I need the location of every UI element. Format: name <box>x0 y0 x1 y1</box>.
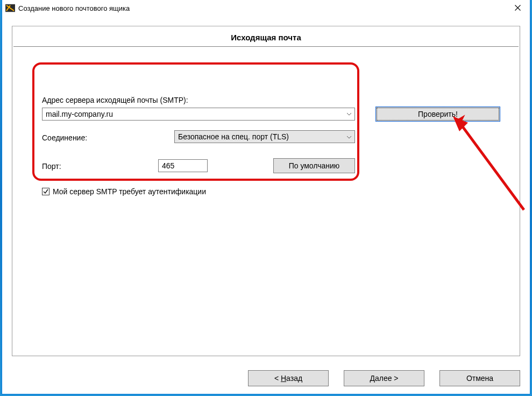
window-title: Создание нового почтового ящика <box>18 4 505 12</box>
connection-label: Соединение: <box>42 133 87 142</box>
chevron-down-icon <box>344 134 354 140</box>
next-button[interactable]: Далее > <box>344 370 424 386</box>
default-port-button-label: По умолчанию <box>289 161 340 170</box>
titlebar: Создание нового почтового ящика <box>2 0 530 16</box>
connection-select[interactable]: Безопасное на спец. порт (TLS) <box>174 130 355 143</box>
smtp-auth-row: Мой сервер SMTP требует аутентификации <box>42 187 206 196</box>
wizard-footer: < Назад Далее > Отмена <box>2 370 520 386</box>
cancel-button-label: Отмена <box>466 374 493 383</box>
chevron-down-icon[interactable] <box>344 108 354 120</box>
wizard-window: Создание нового почтового ящика Исходяща… <box>2 0 530 394</box>
port-label: Порт: <box>42 162 61 171</box>
smtp-auth-label: Мой сервер SMTP требует аутентификации <box>53 187 206 196</box>
page-heading: Исходящая почта <box>13 26 519 47</box>
connection-value: Безопасное на спец. порт (TLS) <box>178 132 344 141</box>
close-button[interactable] <box>505 0 530 16</box>
port-input[interactable] <box>158 159 208 172</box>
test-button[interactable]: Проверить! <box>375 107 500 122</box>
smtp-auth-checkbox[interactable] <box>42 188 49 195</box>
desktop-background: Создание нового почтового ящика Исходяща… <box>0 0 532 396</box>
back-button[interactable]: < Назад <box>248 370 329 386</box>
smtp-server-input[interactable] <box>42 108 344 120</box>
default-port-button[interactable]: По умолчанию <box>273 158 355 173</box>
close-icon <box>515 4 521 12</box>
cancel-button[interactable]: Отмена <box>439 370 520 386</box>
smtp-server-combobox[interactable] <box>42 108 355 121</box>
smtp-server-label: Адрес сервера исходящей почты (SMTP): <box>42 96 188 104</box>
app-icon <box>5 3 15 13</box>
test-button-label: Проверить! <box>418 110 458 118</box>
